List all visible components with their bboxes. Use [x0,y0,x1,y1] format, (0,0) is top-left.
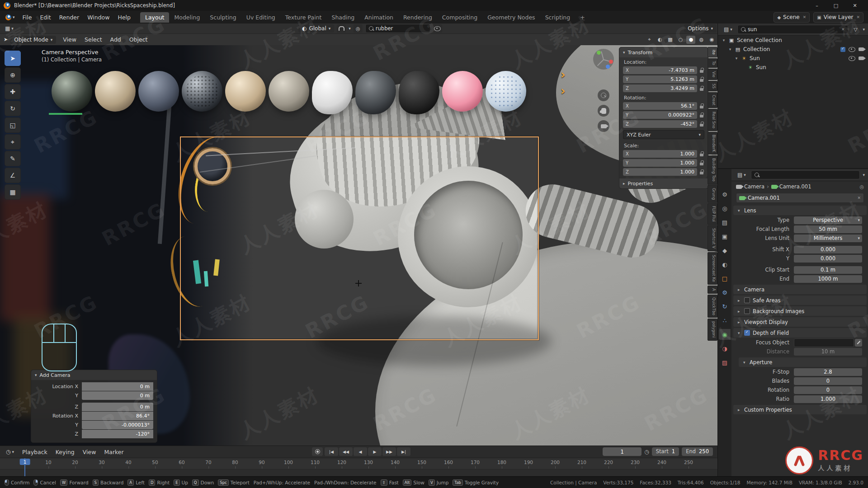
outliner-row-collection[interactable]: ▾ ▤ Collection [718,45,868,54]
blender-menu-button[interactable]: ▾ [3,14,18,20]
current-frame-field[interactable]: 1 [603,447,642,456]
menu-item[interactable]: Window [83,13,113,22]
frame-start-field[interactable]: Start1 [652,447,679,456]
sidebar-tab[interactable]: ite [708,47,717,57]
shift-y-field[interactable]: 0.000 [794,255,862,263]
sidebar-tab[interactable]: Building Too [708,155,717,184]
properties-filter-dropdown[interactable]: ▾ [863,173,865,177]
show-gizmos-toggle[interactable]: ⌖ [645,36,654,44]
operator-field[interactable]: Z -120° [35,430,153,438]
tool-annotate[interactable]: ✎ [5,151,21,166]
ratio-field[interactable]: 1.000 [794,395,862,403]
jump-to-end-button[interactable]: ▶| [397,447,410,456]
show-overlays-toggle[interactable]: ◐ [655,36,664,44]
sidebar-tab[interactable]: Creat [708,92,717,108]
tool-transform[interactable]: ⌖ [5,134,21,150]
tab-object[interactable]: □ [719,273,731,284]
workspace-tab[interactable]: Uv Editing [241,12,280,23]
viewport-menu-item[interactable]: View [59,35,80,44]
transform-panel-header[interactable]: ▾ Transform [619,47,708,57]
lock-icon[interactable] [699,86,704,91]
menu-item[interactable]: Help [113,13,135,22]
menu-item[interactable]: Render [55,13,84,22]
timeline-menu-item[interactable]: View [79,448,100,456]
panel-camera-header[interactable]: ▸Camera [733,285,867,294]
filter-visibility-button[interactable] [433,24,442,33]
operator-field[interactable]: Z 0 m [35,403,153,411]
timeline-menu-item[interactable]: Marker [100,448,127,456]
material-pink-glossy[interactable] [442,71,483,112]
toggle-xray[interactable]: ▩ [665,36,675,44]
sidebar-tab[interactable]: QuickTbo [708,295,717,318]
timeline-menu-item[interactable]: Keying [52,448,79,456]
clip-start-field[interactable]: 0.1 m [794,266,862,274]
workspace-tab[interactable]: Layout [140,12,170,23]
camera-view-button[interactable] [598,120,609,132]
transform-field[interactable]: Y1.000 [623,159,704,167]
proportional-editing-toggle[interactable]: ◎ [354,24,363,33]
workspace-tab[interactable]: Animation [359,12,398,23]
tab-texture[interactable]: ▨ [719,357,731,368]
tab-tool[interactable]: ⚙ [719,189,731,200]
render-visibility-icon[interactable] [859,47,864,51]
transform-field[interactable]: Y0.000922° [623,111,704,119]
transform-field[interactable]: Y5.1263 m [623,75,704,84]
menu-item[interactable]: Edit [36,13,55,22]
material-tan-smooth[interactable] [225,71,266,112]
lock-icon[interactable] [699,68,704,73]
tool-rotate[interactable]: ↻ [5,101,21,116]
blades-field[interactable]: 0 [794,377,862,385]
sidebar-tab[interactable]: A [708,286,717,294]
tab-view-layer[interactable]: ▣ [719,231,731,242]
unlink-icon[interactable]: ✕ [857,196,861,200]
disclosure-icon[interactable]: ▾ [728,47,732,52]
panel-safe-areas-header[interactable]: ▸Safe Areas [733,296,867,305]
outliner-filter-button[interactable]: ▽ [851,25,860,33]
transform-field[interactable]: X1.000 [623,150,704,158]
lock-icon[interactable] [699,160,704,165]
panel-lens-header[interactable]: ▾ Lens [733,206,867,215]
pin-icon[interactable]: ◎ [859,184,864,190]
sidebar-tab[interactable]: FLIP Flui [708,203,717,225]
view-layer-selector[interactable]: ▣ View Layer ✕ [813,12,863,23]
distance-field[interactable]: 10 m [794,348,862,356]
hide-toggle-icon[interactable] [849,56,855,61]
sidebar-tab[interactable]: BlenderK [708,132,717,155]
close-button[interactable]: ✕ [845,0,864,11]
sidebar-tab[interactable]: Shortcut V [708,225,717,251]
tab-render[interactable]: ◎ [719,203,731,214]
breadcrumb-object[interactable]: Camera [744,183,764,190]
options-dropdown[interactable]: Options ▾ [684,24,717,33]
camera-frame[interactable] [180,136,539,340]
hide-toggle-icon[interactable] [849,47,855,52]
workspace-tab[interactable]: Sculpting [205,12,241,23]
lock-icon[interactable] [699,113,704,117]
tool-add-cube[interactable]: ▦ [5,184,21,200]
lens-type-dropdown[interactable]: Perspective [794,216,862,224]
snapping-dropdown[interactable]: ▾ [349,26,351,31]
workspace-tab[interactable]: Scripting [540,12,576,23]
timeline-ruler[interactable]: 1020304050607080901001101201301401501601… [0,458,717,469]
transform-field[interactable]: Z1.000 [623,168,704,176]
timeline-menu-item[interactable]: Playback [18,448,52,456]
minimize-button[interactable]: – [807,0,826,11]
lock-icon[interactable] [699,169,704,174]
operator-panel-header[interactable]: ▾ Add Camera [31,370,157,380]
play-button[interactable]: ▶ [368,447,382,456]
navigation-gizmo[interactable] [593,49,614,70]
snapping-toggle[interactable] [337,24,346,33]
outliner-search-input[interactable]: sun ✕ [737,25,849,34]
material-glossy-dark[interactable] [52,71,92,112]
jump-to-start-button[interactable]: |◀ [325,447,338,456]
tab-scene[interactable]: ◆ [719,245,731,256]
tab-world[interactable]: ◐ [719,259,731,270]
breadcrumb-data[interactable]: Camera.001 [779,183,811,190]
timeline-track-area[interactable] [0,469,717,477]
workspace-tab[interactable]: Rendering [398,12,437,23]
axis-x-handle[interactable] [609,60,613,64]
lock-icon[interactable] [699,151,704,156]
tool-scale[interactable]: ◱ [5,117,21,133]
pan-button[interactable] [598,105,609,117]
selectability-checkbox[interactable] [840,47,845,52]
workspace-tab[interactable]: Geometry Nodes [482,12,540,23]
